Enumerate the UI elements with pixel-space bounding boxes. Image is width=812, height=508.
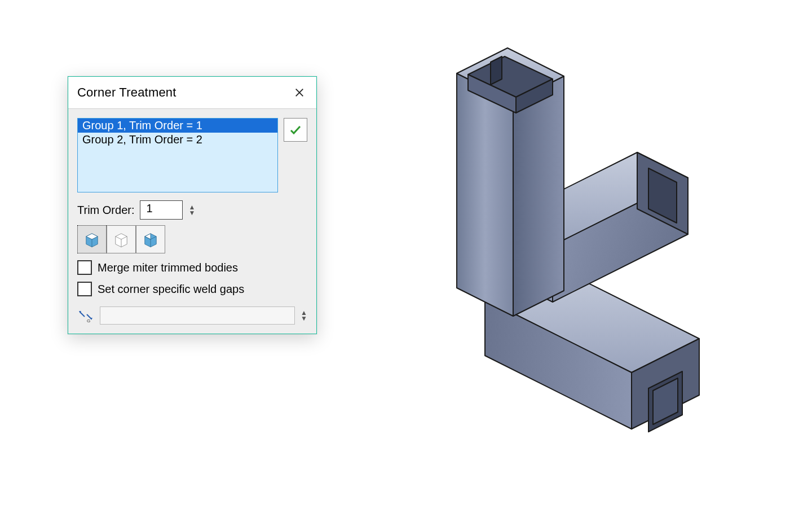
dialog-body: Group 1, Trim Order = 1 Group 2, Trim Or… [68,109,316,334]
trim-mode-2-button[interactable] [107,225,136,253]
dialog-title: Corner Treatment [77,85,176,100]
group-list-area: Group 1, Trim Order = 1 Group 2, Trim Or… [77,118,307,192]
group-list-item[interactable]: Group 1, Trim Order = 1 [78,119,277,133]
weld-gap-row: Set corner specific weld gaps [77,282,307,296]
svg-line-10 [80,312,85,317]
merge-miter-checkbox[interactable] [77,260,92,275]
trim-order-label: Trim Order: [77,204,134,217]
dialog-header: Corner Treatment [68,77,316,109]
confirm-button[interactable] [284,118,307,142]
merge-miter-label: Merge miter trimmed bodies [98,261,238,274]
corner-treatment-dialog: Corner Treatment Group 1, Trim Order = 1… [68,76,317,334]
trim-group-list[interactable]: Group 1, Trim Order = 1 Group 2, Trim Or… [77,118,278,192]
trim-mode-buttons [77,225,307,253]
svg-marker-26 [457,73,513,316]
svg-marker-27 [513,76,564,316]
cube-icon [82,230,102,249]
trim-order-row: Trim Order: 1 ▲ ▼ [77,200,307,220]
merge-miter-row: Merge miter trimmed bodies [77,260,307,275]
close-icon [294,87,304,98]
group-list-item[interactable]: Group 2, Trim Order = 2 [78,133,277,147]
trim-mode-3-button[interactable] [136,225,165,253]
cube-split-icon [141,230,160,249]
model-preview [383,23,744,463]
weld-gap-label: Set corner specific weld gaps [98,283,244,296]
gap-icon: G [77,307,94,324]
svg-text:G: G [87,318,90,323]
weld-gap-checkbox[interactable] [77,282,92,296]
cube-outline-icon [112,230,131,249]
trim-order-input[interactable]: 1 [140,200,183,220]
gap-value-row: G ▲ ▼ [77,306,307,325]
svg-marker-32 [491,56,502,85]
spinner-down-icon[interactable]: ▼ [301,316,307,321]
gap-spinner[interactable]: ▲ ▼ [301,310,307,321]
trim-order-spinner[interactable]: ▲ ▼ [188,204,195,216]
check-icon [289,123,302,137]
spinner-down-icon[interactable]: ▼ [188,210,195,216]
trim-mode-1-button[interactable] [77,225,107,253]
gap-value-input[interactable] [100,306,295,325]
close-button[interactable] [292,85,307,100]
